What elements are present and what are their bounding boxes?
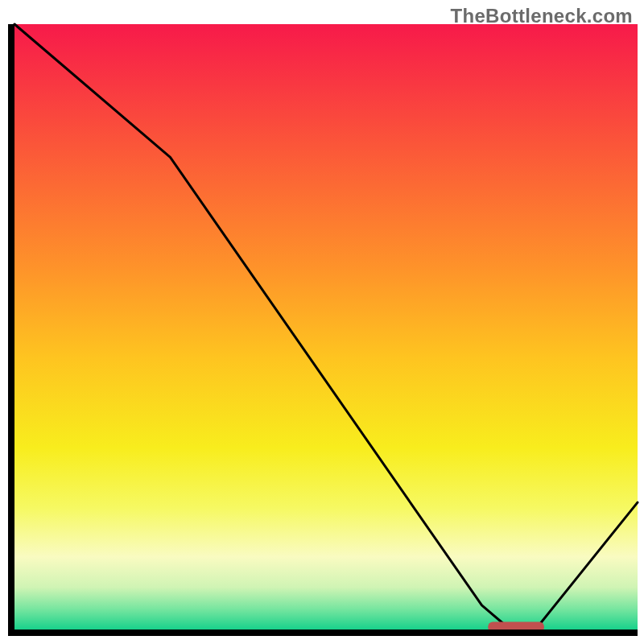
bottleneck-chart	[0, 0, 644, 644]
plot-background	[14, 24, 638, 630]
watermark-text: TheBottleneck.com	[451, 5, 633, 27]
x-axis	[8, 630, 638, 636]
chart-container: TheBottleneck.com	[0, 0, 644, 644]
y-axis	[8, 24, 14, 636]
